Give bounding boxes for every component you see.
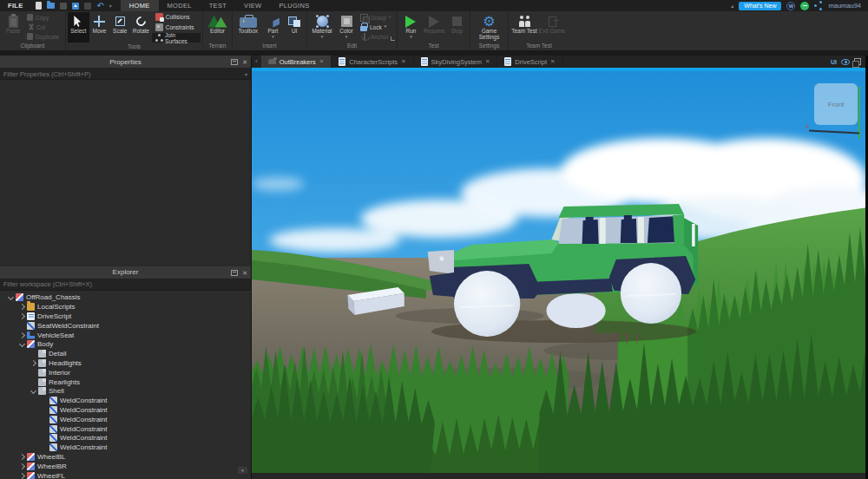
tree-row[interactable]: WeldConstraint: [0, 443, 251, 452]
part-dropdown-caret[interactable]: [272, 35, 274, 40]
file-menu-button[interactable]: FILE: [0, 0, 30, 11]
whats-new-badge[interactable]: What's New: [739, 2, 781, 10]
tab-plugins[interactable]: PLUGINS: [270, 0, 318, 11]
lock-button[interactable]: Lock: [360, 23, 391, 31]
tree-row[interactable]: OffRoad_Chassis: [0, 293, 251, 303]
chevron-right-icon[interactable]: [18, 472, 26, 479]
close-icon[interactable]: [485, 59, 490, 65]
tree-row[interactable]: WheelBL: [0, 452, 251, 462]
duplicate-button[interactable]: Duplicate: [27, 32, 59, 41]
collapse-ribbon-icon[interactable]: [731, 3, 733, 9]
material-button[interactable]: Material: [309, 12, 335, 42]
stop-button[interactable]: Stop: [446, 12, 468, 42]
tree-row[interactable]: Body: [0, 339, 251, 349]
properties-filter-input[interactable]: [3, 70, 245, 78]
part-button[interactable]: Part: [262, 12, 285, 42]
doc-tab-skydivingsystem[interactable]: SkyDivingSystem: [414, 56, 498, 68]
run-dropdown-caret[interactable]: [410, 35, 412, 40]
anchor-button[interactable]: Anchor: [360, 32, 391, 41]
material-dropdown-caret[interactable]: [321, 35, 324, 40]
tree-row[interactable]: DriveScript: [0, 312, 251, 321]
quick-access-dropdown-icon[interactable]: [109, 3, 112, 9]
doc-tab-characterscripts[interactable]: CharacterScripts: [332, 56, 413, 68]
explorer-close-icon[interactable]: [242, 270, 247, 276]
tree-row[interactable]: WeldConstraint: [0, 415, 251, 424]
group-button[interactable]: Group: [360, 13, 391, 22]
tree-row[interactable]: SeatWeldConstraint: [0, 321, 251, 331]
properties-filter-caret-icon[interactable]: [245, 71, 247, 77]
w-badge-icon[interactable]: W: [786, 2, 795, 10]
username[interactable]: maumau94: [828, 2, 861, 10]
eye-icon[interactable]: [841, 59, 850, 65]
terrain-editor-button[interactable]: Editor: [205, 12, 230, 42]
history-icon[interactable]: [84, 3, 91, 10]
chevron-right-icon[interactable]: [30, 359, 37, 367]
game-settings-button[interactable]: Game Settings: [472, 12, 506, 42]
color-dropdown-caret[interactable]: [345, 35, 348, 40]
chevron-right-icon[interactable]: [18, 453, 26, 461]
new-file-icon[interactable]: [36, 2, 42, 10]
tab-view[interactable]: VIEW: [235, 0, 270, 11]
tree-row[interactable]: WeldConstraint: [0, 424, 251, 434]
edit-dialog-launcher-icon[interactable]: [391, 36, 395, 41]
chevron-down-icon[interactable]: [7, 293, 15, 301]
restore-window-icon[interactable]: [854, 58, 861, 65]
properties-panel-header[interactable]: Properties: [0, 56, 251, 69]
chevron-right-icon[interactable]: [18, 303, 26, 311]
tab-model[interactable]: MODEL: [159, 0, 201, 11]
chevron-down-icon[interactable]: [30, 387, 37, 395]
lock-dropdown-caret[interactable]: [385, 24, 387, 30]
properties-float-icon[interactable]: [231, 59, 238, 65]
undo-icon[interactable]: [96, 2, 103, 10]
explorer-scroll-down-button[interactable]: [238, 467, 247, 474]
copy-button[interactable]: Copy: [27, 13, 59, 22]
join-surfaces-toggle[interactable]: Join Surfaces: [152, 33, 201, 43]
chevron-down-icon[interactable]: [18, 340, 26, 348]
explorer-panel-header[interactable]: Explorer: [0, 266, 251, 279]
move-tool-button[interactable]: Move: [89, 12, 110, 43]
select-tool-button[interactable]: Select: [68, 12, 89, 43]
tree-row[interactable]: Detail: [0, 349, 251, 358]
exit-game-button[interactable]: Exit Game: [538, 12, 566, 42]
tree-row[interactable]: Rearlights: [0, 377, 251, 387]
scale-tool-button[interactable]: Scale: [109, 12, 130, 43]
viewport-scene[interactable]: [252, 71, 868, 473]
ui-button[interactable]: UI: [284, 12, 305, 42]
constraints-toggle[interactable]: Constraints: [152, 23, 201, 32]
doc-tab-drivescript[interactable]: DriveScript: [497, 56, 562, 68]
tab-home[interactable]: HOME: [121, 0, 159, 11]
cut-button[interactable]: Cut: [27, 23, 59, 31]
status-dot-icon[interactable]: [800, 2, 809, 10]
tree-row[interactable]: WeldConstraint: [0, 433, 251, 443]
toolbox-button[interactable]: Toolbox: [234, 12, 262, 42]
tree-row[interactable]: Shell: [0, 386, 251, 396]
collisions-toggle[interactable]: Collisions: [152, 12, 201, 22]
team-test-button[interactable]: Team Test: [510, 12, 538, 42]
chevron-right-icon[interactable]: [18, 331, 26, 339]
chevron-right-icon[interactable]: [18, 312, 26, 320]
tree-row[interactable]: WeldConstraint: [0, 405, 251, 415]
ui-toggle[interactable]: UI: [831, 59, 837, 65]
tree-row[interactable]: WheelFL: [0, 471, 251, 479]
tree-row[interactable]: Interior: [0, 368, 251, 377]
publish-icon[interactable]: [72, 3, 79, 10]
close-icon[interactable]: [401, 59, 405, 65]
tab-test[interactable]: TEST: [201, 0, 235, 11]
tree-row[interactable]: VehicleSeat: [0, 331, 251, 340]
tree-row[interactable]: WeldConstraint: [0, 396, 251, 405]
open-file-icon[interactable]: [47, 3, 55, 9]
viewport-3d[interactable]: Front x: [252, 71, 868, 473]
resume-button[interactable]: Resume: [423, 12, 446, 42]
paste-button[interactable]: Paste: [2, 12, 24, 42]
explorer-float-icon[interactable]: [231, 270, 238, 276]
tab-scroll-left-icon[interactable]: [252, 56, 261, 68]
share-icon[interactable]: [814, 2, 823, 10]
doc-tab-outbreakers[interactable]: OutBreakers: [261, 56, 332, 68]
chevron-right-icon[interactable]: [18, 463, 26, 470]
tree-row[interactable]: LocalScripts: [0, 302, 251, 312]
save-icon[interactable]: [60, 3, 67, 10]
tree-row[interactable]: WheelBR: [0, 462, 251, 471]
explorer-filter-input[interactable]: [3, 280, 247, 288]
rotate-tool-button[interactable]: Rotate: [130, 12, 152, 43]
tree-row[interactable]: Headlights: [0, 358, 251, 368]
